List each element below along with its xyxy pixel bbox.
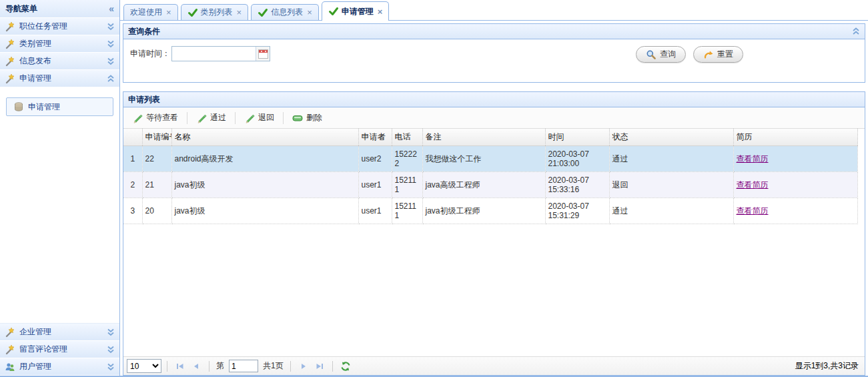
sidebar-item-position-task[interactable]: 职位任务管理	[0, 18, 119, 35]
search-button[interactable]: 查询	[636, 46, 686, 63]
tab-application-mgmt[interactable]: 申请管理 ×	[322, 1, 390, 21]
page-count-label: 共1页	[263, 360, 284, 372]
cell-id: 22	[142, 146, 171, 172]
panel-collapse-icon[interactable]	[852, 27, 860, 35]
refresh-button[interactable]	[338, 359, 353, 374]
reset-icon	[703, 49, 714, 60]
column-header-id[interactable]: 申请编号	[142, 129, 171, 146]
tab-category-list[interactable]: 类别列表 ×	[181, 4, 249, 20]
pager-separator	[290, 361, 291, 372]
cell-remark: java高级工程师	[422, 172, 545, 198]
sidebar-subitem-application-mgmt[interactable]: 申请管理	[6, 97, 113, 116]
remove-icon	[292, 113, 303, 123]
wand-icon	[5, 56, 15, 67]
sidebar-item-label: 企业管理	[19, 326, 103, 338]
sidebar-item-label: 留言评论管理	[19, 344, 103, 355]
sidebar-subitem-label: 申请管理	[28, 101, 60, 113]
users-icon	[5, 362, 15, 372]
cell-applicant: user1	[358, 172, 392, 198]
application-window: 导航菜单 « 职位任务管理 类别管理 信息发布 申请管理 申请管理	[0, 0, 868, 377]
datagrid-header: 申请编号 名称 申请者 电话 备注 时间 状态 简历	[123, 129, 858, 146]
cell-name: java初级	[171, 172, 358, 198]
chevron-double-up-icon	[107, 75, 115, 83]
delete-button[interactable]: 删除	[287, 109, 328, 126]
check-icon	[328, 6, 339, 17]
column-header-applicant[interactable]: 申请者	[358, 129, 392, 146]
sidebar-item-category[interactable]: 类别管理	[0, 35, 119, 53]
tab-welcome[interactable]: 欢迎使用 ×	[123, 4, 178, 20]
content-area: 查询条件 申请时间：	[120, 21, 868, 376]
pager-separator	[209, 361, 209, 372]
tool-label: 删除	[306, 112, 322, 123]
sidebar-item-label: 用户管理	[19, 361, 103, 372]
cell-name: java初级	[171, 198, 358, 224]
chevron-double-down-icon	[107, 346, 115, 354]
page-number-input[interactable]	[229, 360, 258, 372]
wand-icon	[5, 73, 15, 84]
sidebar-item-info-publish[interactable]: 信息发布	[0, 53, 119, 70]
table-row[interactable]: 1 22 android高级开发 user2 152222 我想做这个工作 20…	[123, 146, 858, 172]
column-header-time[interactable]: 时间	[545, 129, 609, 146]
sidebar-expanded-panel: 申请管理	[0, 87, 119, 324]
main-region: 欢迎使用 × 类别列表 × 信息列表 × 申请管理 ×	[120, 0, 868, 376]
column-header-phone[interactable]: 电话	[392, 129, 422, 146]
pagination-bar: 10 第 共1页	[123, 356, 865, 375]
query-panel-title: 查询条件	[128, 26, 160, 37]
next-page-button[interactable]	[296, 359, 311, 374]
sidebar-item-enterprise[interactable]: 企业管理	[0, 324, 119, 341]
table-row[interactable]: 2 21 java初级 user1 152111 java高级工程师 2020-…	[123, 172, 858, 198]
cell-status: 通过	[609, 146, 733, 172]
prev-page-button[interactable]	[189, 359, 203, 374]
tab-bar: 欢迎使用 × 类别列表 × 信息列表 × 申请管理 ×	[120, 0, 868, 21]
apply-time-input[interactable]	[172, 47, 256, 61]
column-header-remark[interactable]: 备注	[422, 129, 545, 146]
close-icon[interactable]: ×	[307, 8, 312, 17]
view-resume-link[interactable]: 查看简历	[737, 180, 769, 190]
cell-status: 退回	[609, 172, 733, 198]
datagrid: 申请编号 名称 申请者 电话 备注 时间 状态 简历	[123, 129, 858, 224]
cell-time: 2020-03-07 15:33:16	[545, 172, 609, 198]
wait-review-button[interactable]: 等待查看	[127, 109, 183, 126]
chevron-double-down-icon	[107, 23, 115, 31]
sidebar-item-application-mgmt[interactable]: 申请管理	[0, 70, 119, 87]
next-page-icon	[298, 361, 309, 372]
sidebar-item-comments[interactable]: 留言评论管理	[0, 341, 119, 358]
sidebar-collapse-icon[interactable]: «	[109, 3, 114, 14]
column-header-name[interactable]: 名称	[171, 129, 358, 146]
first-page-button[interactable]	[173, 359, 187, 374]
return-button[interactable]: 退回	[239, 109, 280, 126]
column-header-status[interactable]: 状态	[609, 129, 733, 146]
grid-toolbar: 等待查看 通过 退回 删除	[123, 107, 865, 129]
last-page-button[interactable]	[312, 359, 327, 374]
first-page-icon	[175, 361, 185, 372]
toolbar-separator	[235, 112, 236, 124]
sidebar-item-label: 信息发布	[19, 55, 103, 67]
pager-separator	[332, 361, 333, 372]
close-icon[interactable]: ×	[237, 8, 242, 17]
tab-info-list[interactable]: 信息列表 ×	[251, 4, 319, 20]
sidebar-item-users[interactable]: 用户管理	[0, 358, 119, 376]
close-icon[interactable]: ×	[166, 8, 171, 17]
column-header-resume[interactable]: 简历	[733, 129, 858, 146]
wand-icon	[5, 21, 15, 32]
view-resume-link[interactable]: 查看简历	[737, 206, 769, 216]
table-row[interactable]: 3 20 java初级 user1 152111 java初级工程师 2020-…	[123, 198, 858, 224]
cell-rownum: 1	[123, 146, 142, 172]
apply-time-datebox	[171, 46, 270, 61]
wand-icon	[5, 344, 15, 355]
page-size-select[interactable]: 10	[127, 359, 161, 373]
view-resume-link[interactable]: 查看简历	[737, 154, 769, 163]
close-icon[interactable]: ×	[378, 7, 383, 16]
cell-applicant: user1	[358, 198, 392, 224]
cell-phone: 152222	[392, 146, 422, 172]
calendar-button[interactable]	[256, 47, 270, 61]
search-icon	[646, 49, 657, 60]
cell-remark: java初级工程师	[422, 198, 545, 224]
calendar-icon	[258, 49, 268, 59]
cell-id: 21	[142, 172, 171, 198]
cell-name: android高级开发	[171, 146, 358, 172]
cell-time: 2020-03-07 15:31:29	[545, 198, 609, 224]
reset-button[interactable]: 重置	[693, 46, 743, 63]
approve-button[interactable]: 通过	[191, 109, 232, 126]
cell-status: 通过	[609, 198, 733, 224]
